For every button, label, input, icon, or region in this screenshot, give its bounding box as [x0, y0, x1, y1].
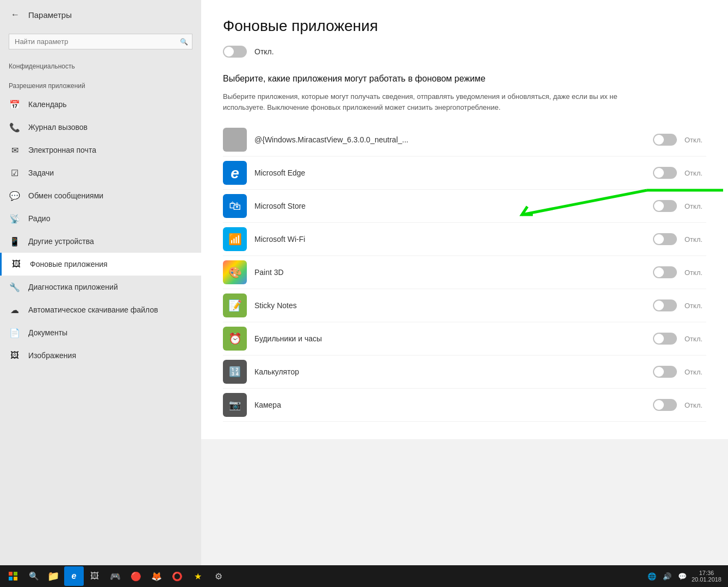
app-name-alarms: Будильники и часы [254, 334, 645, 343]
app-icon-miracast [223, 128, 247, 152]
taskbar-clock: 17:36 20.01.2018 [692, 570, 721, 583]
taskbar: 🔍 📁 e 🖼 🎮 🔴 🦊 ⭕ ★ ⚙ 🌐 🔊 💬 17:36 20.01.20… [0, 565, 728, 587]
app-icon-edge: e [223, 161, 247, 185]
taskbar-app5[interactable]: ⭕ [167, 566, 187, 586]
taskbar-app3[interactable]: 🔴 [126, 566, 146, 586]
app-row-camera: 📷 Камера Откл. [223, 389, 706, 422]
toggle-knob-sticky [654, 301, 664, 310]
taskbar-settings[interactable]: ⚙ [209, 566, 228, 586]
taskbar-app6[interactable]: ★ [188, 566, 208, 586]
app-icon-wifi: 📶 [223, 227, 247, 251]
taskbar-app2[interactable]: 🎮 [105, 566, 125, 586]
master-toggle-label: Откл. [254, 47, 274, 56]
sidebar-label-bgapps: Фоновые приложения [30, 260, 108, 268]
tray-volume-icon[interactable]: 🔊 [661, 570, 673, 582]
calllog-icon: 📞 [9, 121, 21, 133]
sidebar-item-radio[interactable]: 📡 Радио [0, 207, 201, 230]
svg-rect-5 [14, 577, 17, 580]
app-row-paint3d: 🎨 Paint 3D Откл. [223, 256, 706, 289]
messaging-icon: 💬 [9, 190, 21, 202]
sidebar-label-calllog: Журнал вызовов [28, 123, 88, 132]
confidentiality-section-label: Конфиденциальность [0, 58, 201, 73]
app-toggle-wifi[interactable] [653, 233, 677, 245]
master-toggle-knob [224, 47, 234, 57]
sidebar-item-email[interactable]: ✉ Электронная почта [0, 139, 201, 161]
app-toggle-miracast[interactable] [653, 134, 677, 146]
app-icon-camera: 📷 [223, 393, 247, 417]
sidebar-item-diagnostics[interactable]: 🔧 Диагностика приложений [0, 276, 201, 298]
sidebar-item-background-apps[interactable]: 🖼 Фоновые приложения [0, 253, 201, 276]
sidebar-label-devices: Другие устройства [28, 237, 94, 246]
app-toggle-label-store: Откл. [685, 202, 706, 210]
app-toggle-alarms[interactable] [653, 333, 677, 345]
app-row-edge: e Microsoft Edge Откл. [223, 157, 706, 190]
app-toggle-label-wifi: Откл. [685, 235, 706, 243]
sidebar-header: ← Параметры [0, 0, 201, 29]
email-icon: ✉ [9, 144, 21, 156]
app-toggle-calc[interactable] [653, 366, 677, 378]
app-icon-calc: 🔢 [223, 360, 247, 384]
taskbar-search-button[interactable]: 🔍 [25, 567, 42, 585]
app-name-sticky: Sticky Notes [254, 301, 645, 310]
app-name-camera: Камера [254, 401, 645, 409]
app-toggle-sticky[interactable] [653, 299, 677, 311]
app-toggle-camera[interactable] [653, 399, 677, 411]
sidebar-label-download: Автоматическое скачивание файлов [28, 305, 158, 314]
app-icon-sticky: 📝 [223, 294, 247, 317]
svg-rect-2 [9, 572, 13, 576]
tray-action-center-icon[interactable]: 💬 [676, 570, 688, 582]
master-toggle[interactable] [223, 46, 247, 58]
app-name-paint3d: Paint 3D [254, 268, 645, 277]
toggle-knob-calc [654, 367, 664, 377]
app-icon-paint3d: 🎨 [223, 260, 247, 284]
sidebar-item-tasks[interactable]: ☑ Задачи [0, 161, 201, 184]
sidebar-item-other-devices[interactable]: 📱 Другие устройства [0, 230, 201, 253]
sidebar-label-images: Изображения [28, 351, 76, 360]
tasks-icon: ☑ [9, 167, 21, 179]
taskbar-file-explorer[interactable]: 📁 [43, 566, 63, 586]
taskbar-app4[interactable]: 🦊 [147, 566, 166, 586]
app-icon-store: 🛍 [223, 194, 247, 218]
app-toggle-edge[interactable] [653, 167, 677, 179]
sidebar-title: Параметры [28, 10, 72, 20]
search-box: 🔍 [9, 34, 192, 49]
app-toggle-label-miracast: Откл. [685, 136, 706, 144]
devices-icon: 📱 [9, 235, 21, 247]
sidebar-item-call-log[interactable]: 📞 Журнал вызовов [0, 116, 201, 139]
app-toggle-label-paint3d: Откл. [685, 268, 706, 277]
sidebar-item-messaging[interactable]: 💬 Обмен сообщениями [0, 184, 201, 207]
download-icon: ☁ [9, 304, 21, 316]
section-desc: Выберите приложения, которые могут получ… [223, 91, 647, 113]
sidebar-item-calendar[interactable]: 📅 Календарь [0, 93, 201, 116]
search-input[interactable] [9, 34, 192, 49]
radio-icon: 📡 [9, 213, 21, 224]
back-button[interactable]: ← [9, 8, 22, 22]
toggle-knob-wifi [654, 234, 664, 244]
app-icon-alarms: ⏰ [223, 327, 247, 351]
app-name-edge: Microsoft Edge [254, 168, 645, 177]
sidebar-item-documents[interactable]: 📄 Документы [0, 321, 201, 344]
app-toggle-store[interactable] [653, 200, 677, 212]
toggle-knob-store [654, 201, 664, 211]
tray-network-icon[interactable]: 🌐 [646, 570, 658, 582]
sidebar-label-diag: Диагностика приложений [28, 283, 118, 291]
app-row-calc: 🔢 Калькулятор Откл. [223, 355, 706, 389]
app-row-alarms: ⏰ Будильники и часы Откл. [223, 322, 706, 355]
taskbar-time-display: 17:36 [692, 570, 721, 576]
bgapps-icon: 🖼 [10, 258, 22, 270]
app-row-sticky: 📝 Sticky Notes Откл. [223, 289, 706, 322]
images-icon: 🖼 [9, 349, 21, 361]
sidebar-label-messaging: Обмен сообщениями [28, 191, 103, 200]
taskbar-app1[interactable]: 🖼 [85, 566, 104, 586]
start-button[interactable] [2, 565, 24, 587]
app-name-wifi: Microsoft Wi-Fi [254, 235, 645, 243]
app-row-wifi: 📶 Microsoft Wi-Fi Откл. [223, 223, 706, 256]
sidebar-item-auto-download[interactable]: ☁ Автоматическое скачивание файлов [0, 298, 201, 321]
app-row-store: 🛍 Microsoft Store Откл. [223, 190, 706, 223]
toggle-knob-paint3d [654, 267, 664, 277]
sidebar-item-images[interactable]: 🖼 Изображения [0, 344, 201, 367]
taskbar-edge[interactable]: e [64, 566, 84, 586]
app-toggle-label-sticky: Откл. [685, 302, 706, 310]
app-toggle-label-camera: Откл. [685, 401, 706, 409]
app-toggle-paint3d[interactable] [653, 266, 677, 278]
